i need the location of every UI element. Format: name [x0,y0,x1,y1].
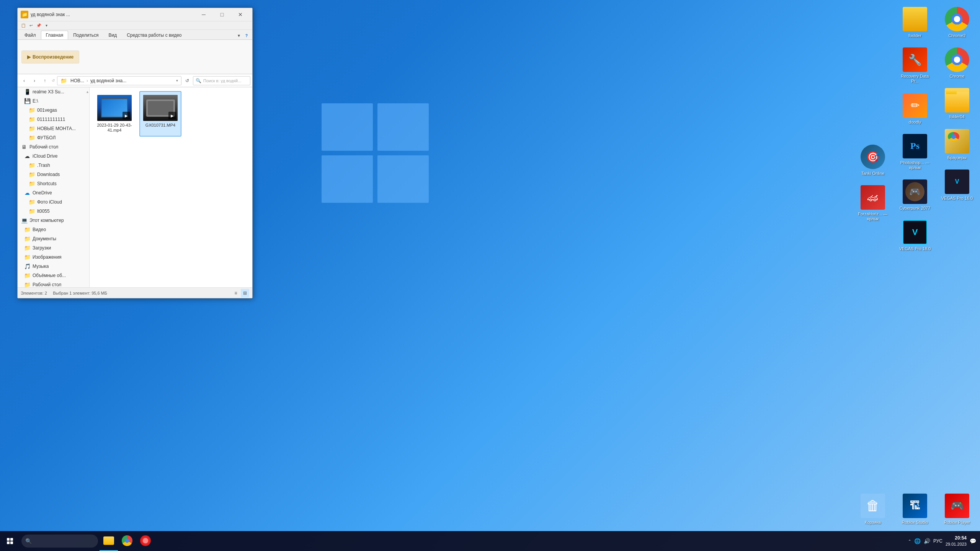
desktop-icon-roblox[interactable]: 🎮 Roblox Player [938,491,976,528]
nav-item-desktop[interactable]: 🖥 Рабочий стол [18,142,89,152]
vegas18-icon: V [903,220,927,245]
desktop-icon-tanki[interactable]: 🎯 Tanki Online [854,142,892,179]
nav-item-shortcuts[interactable]: 📁 Shortcuts [18,179,89,188]
nav-shortcuts-label: Shortcuts [37,181,57,186]
breadcrumb-part-2[interactable]: уд водяной зна... [89,77,128,84]
nav-item-futbol[interactable]: 📁 ФУТБОЛ [18,133,89,142]
nav-item-desktop-sys[interactable]: 📁 Рабочий стол [18,280,89,287]
address-field[interactable]: 📁 НОВ... › уд водяной зна... ▾ [57,76,181,85]
icloud-icon: ☁ [24,153,31,160]
tab-share[interactable]: Поделиться [68,31,103,39]
tab-file[interactable]: Файл [20,31,41,39]
nav-novye-label: НОВЫЕ МОНТА... [37,126,76,131]
play-button[interactable]: ▶ Воспроизведение [21,51,79,64]
taskbar-app-other[interactable] [136,531,155,551]
refresh-button[interactable]: ↺ [183,76,192,85]
minimize-button[interactable]: ─ [195,9,212,20]
nav-item-video[interactable]: 📁 Видео [18,225,89,234]
nav-item-photo-icloud[interactable]: 📁 Фото iCloud [18,197,89,207]
nav-item-trash[interactable]: 📁 .Trash [18,161,89,170]
brauzery-label: Браузеры [947,155,967,160]
tray-expand-icon[interactable]: ⌃ [908,539,911,543]
desktop-icon-doodly[interactable]: ✏ doodly [896,90,934,128]
taskbar-app-chrome[interactable] [118,531,136,551]
forward-button[interactable]: › [30,76,39,85]
pin-quick-btn[interactable]: 📌 [35,22,42,29]
nav-item-music[interactable]: 🎵 Музыка [18,262,89,271]
nav-item-downloads[interactable]: 📁 Downloads [18,170,89,179]
search-field[interactable]: 🔍 Поиск в: уд водяй... [193,76,250,85]
nav-item-realme[interactable]: 📱 realme X3 Su... ▲ [18,87,89,96]
file-item-1[interactable]: ▶ 2023-01-29 20-43-41.mp4 [93,91,136,137]
cyberpunk-label: Cyberpunk 2077 [900,206,931,211]
nav-item-documents[interactable]: 📁 Документы [18,234,89,243]
search-placeholder: Поиск в: уд водяй... [203,78,241,83]
tab-view[interactable]: Вид [103,31,122,39]
clock[interactable]: 20:54 29.01.2023 [946,535,967,547]
close-button[interactable]: ✕ [232,9,249,20]
recycle-label: Корзина [865,520,881,525]
desktop-icon-recycle[interactable]: 🗑 Корзина [854,491,892,528]
details-view-button[interactable]: ≡ [232,289,240,297]
desktop-icon-chrome2[interactable]: Chrome2 [938,4,976,41]
maximize-button[interactable]: □ [213,9,231,20]
desktop-icon-chrome[interactable]: Chrome [938,44,976,82]
nav-item-onedrive[interactable]: ☁ OneDrive [18,188,89,197]
desktop-icon-vegas18[interactable]: V VEGAS Pro 18.0 [896,217,934,254]
help-btn[interactable]: ? [243,32,250,39]
taskbar-search[interactable]: 🔍 [21,535,98,548]
file-thumb-content-1: ▶ [97,95,132,121]
desktop-icon-photoshop[interactable]: Ps Photoshop... — ярлык [896,131,934,173]
properties-quick-btn[interactable]: 📋 [20,22,27,29]
desktop-icon-roblox-studio[interactable]: 🏗 Roblox Studio [896,491,934,528]
nav-item-lt0055[interactable]: 📁 lt0055 [18,207,89,216]
nav-computer-label: Этот компьютер [29,218,64,223]
icons-view-button[interactable]: ⊞ [241,289,249,297]
nav-item-drive-e[interactable]: 💾 E:\ [18,96,89,106]
desktop-icon-cyberpunk[interactable]: 🎮 Cyberpunk 2077 [896,176,934,214]
up-button[interactable]: ↑ [40,76,49,85]
ribbon-toggle-btn[interactable]: ▾ [235,32,243,39]
nav-item-001vegas[interactable]: 📁 001vegas [18,106,89,115]
nav-expand-icon: ▲ [86,90,89,94]
roblox-icon: 🎮 [945,494,969,518]
file-item-2[interactable]: ▶ GX010731.MP4 [139,91,181,137]
nav-item-downloads-sys[interactable]: 📁 Загрузки [18,243,89,253]
back-button[interactable]: ‹ [20,76,29,85]
desktop-icon-brauzery[interactable]: Браузеры [938,126,976,163]
nav-item-3d[interactable]: 📁 Объёмные об... [18,271,89,280]
address-dropdown-btn[interactable]: ▾ [176,78,178,83]
taskbar-app-explorer[interactable] [100,531,118,551]
file-thumb-content-2: ▶ [143,95,178,121]
nav-item-this-computer[interactable]: 💻 Этот компьютер [18,216,89,225]
nav-item-01111[interactable]: 📁 01111111111 [18,115,89,124]
title-bar-icon: 📁 [21,11,28,18]
desktop-icon-nav: 🖥 [21,143,28,150]
network-icon[interactable]: 🌐 [914,538,921,544]
desktop-icon-recovery[interactable]: 🔧 Recovery Data Pr... [896,44,934,87]
nav-item-novye-monta[interactable]: 📁 НОВЫЕ МОНТА... [18,124,89,133]
nav-images-label: Изображения [33,254,61,260]
start-button[interactable] [0,531,20,551]
desktop-icon-forza[interactable]: 🏎 ForzaHoriz... — ярлык [854,182,892,225]
quick-dropdown-btn[interactable]: ▾ [42,22,50,29]
photo-icloud-icon: 📁 [28,199,35,205]
chrome2-icon [945,7,969,31]
tanki-label: Tanki Online [861,171,885,176]
breadcrumb-part-1[interactable]: НОВ... [69,77,86,84]
nav-futbol-label: ФУТБОЛ [37,135,56,140]
undo-quick-btn[interactable]: ↩ [27,22,35,29]
nav-3d-label: Объёмные об... [33,273,66,278]
desktop-icon-vegas16[interactable]: V VEGAS Pro 16.0 [938,166,976,204]
tab-video-tools[interactable]: Средства работы с видео [122,31,186,39]
nav-item-images[interactable]: 📁 Изображения [18,253,89,262]
volume-icon[interactable]: 🔊 [924,538,930,544]
desktop-sys-icon: 📁 [24,281,31,287]
desktop-icon-foolder[interactable]: foolder [896,4,934,41]
tab-home[interactable]: Главная [41,31,69,39]
onedrive-icon: ☁ [24,189,31,196]
language-label[interactable]: РУС [933,538,942,544]
desktop-icon-folder04[interactable]: folder04 [938,85,976,122]
nav-item-icloud[interactable]: ☁ iCloud Drive [18,152,89,161]
notification-icon[interactable]: 💬 [970,538,976,544]
